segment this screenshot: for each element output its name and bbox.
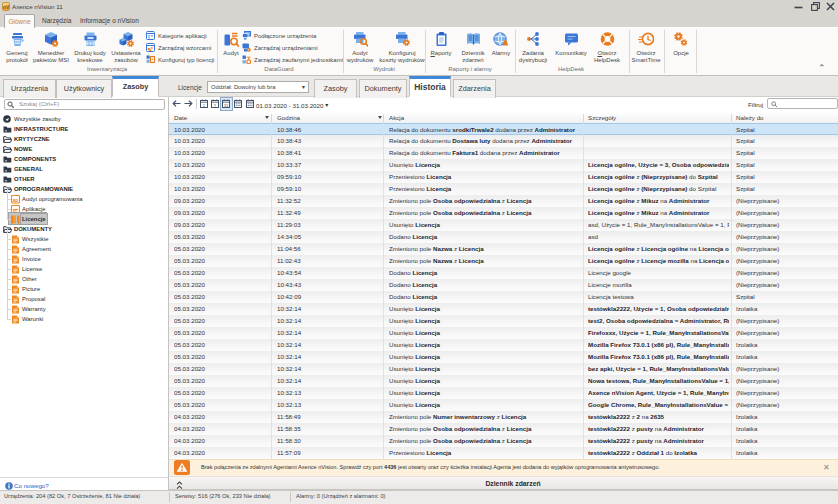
svg-text:31: 31 [224, 103, 229, 108]
svg-text:ap: ap [12, 197, 18, 203]
